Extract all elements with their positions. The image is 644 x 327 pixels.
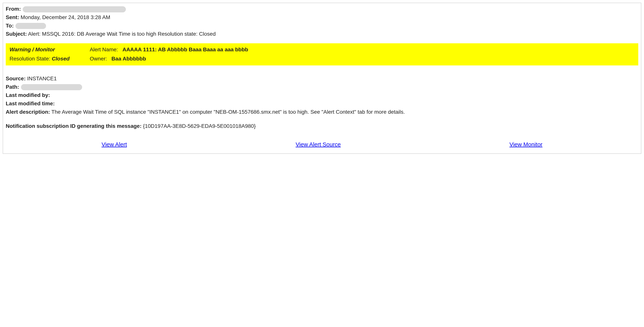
resolution-state-value: Closed xyxy=(52,56,70,62)
source-line: Source: INSTANCE1 xyxy=(6,75,638,82)
from-redacted xyxy=(23,6,126,12)
links-row: View Alert View Alert Source View Monito… xyxy=(6,141,638,148)
resolution-state-label: Resolution State: xyxy=(10,56,50,62)
source-value: INSTANCE1 xyxy=(27,75,57,81)
notification-subscription-value: {10D197AA-3E8D-5629-EDA9-5E001018A980} xyxy=(143,123,256,129)
notification-subscription-line: Notification subscription ID generating … xyxy=(6,122,638,130)
warning-monitor-text: Warning / Monitor xyxy=(10,46,86,53)
alert-name-cell: Alert Name: AAAAA 1111: AB Abbbbb Baaa B… xyxy=(90,46,634,53)
path-redacted xyxy=(21,84,82,90)
subject-value: Alert: MSSQL 2016: DB Average Wait Time … xyxy=(28,31,216,37)
view-alert-source-link[interactable]: View Alert Source xyxy=(296,141,341,148)
alert-name-label: Alert Name: xyxy=(90,46,118,52)
to-redacted xyxy=(16,23,46,29)
view-alert-link[interactable]: View Alert xyxy=(102,141,127,148)
to-label: To: xyxy=(6,23,14,29)
header-sent-line: Sent: Monday, December 24, 2018 3:28 AM xyxy=(6,14,638,21)
path-line: Path: xyxy=(6,83,638,91)
header-subject-line: Subject: Alert: MSSQL 2016: DB Average W… xyxy=(6,30,638,37)
last-modified-time-line: Last modified time: xyxy=(6,100,638,107)
last-modified-by-label: Last modified by: xyxy=(6,92,50,98)
alert-description-value: The Average Wait Time of SQL instance "I… xyxy=(51,109,405,115)
owner-cell: Owner: Baa Abbbbbb xyxy=(90,55,634,62)
header-from-line: From: xyxy=(6,5,638,12)
from-label: From: xyxy=(6,6,21,12)
alert-description-line: Alert description: The Average Wait Time… xyxy=(6,108,638,116)
sent-value: Monday, December 24, 2018 3:28 AM xyxy=(21,14,110,20)
last-modified-by-line: Last modified by: xyxy=(6,92,638,99)
subject-label: Subject: xyxy=(6,31,27,37)
owner-label: Owner: xyxy=(90,56,107,62)
alert-name-value: AAAAA 1111: AB Abbbbb Baaa Baaa aa aaa b… xyxy=(122,46,248,52)
last-modified-time-label: Last modified time: xyxy=(6,100,55,106)
email-panel: From: Sent: Monday, December 24, 2018 3:… xyxy=(3,3,641,154)
resolution-state-cell: Resolution State: Closed xyxy=(10,55,86,62)
source-label: Source: xyxy=(6,75,26,81)
sent-label: Sent: xyxy=(6,14,19,20)
path-label: Path: xyxy=(6,84,19,90)
notification-subscription-label: Notification subscription ID generating … xyxy=(6,123,142,129)
header-to-line: To: xyxy=(6,22,638,29)
owner-value: Baa Abbbbbb xyxy=(112,56,146,62)
alert-summary-band: Warning / Monitor Alert Name: AAAAA 1111… xyxy=(6,43,638,65)
alert-description-label: Alert description: xyxy=(6,109,50,115)
view-monitor-link[interactable]: View Monitor xyxy=(509,141,542,148)
